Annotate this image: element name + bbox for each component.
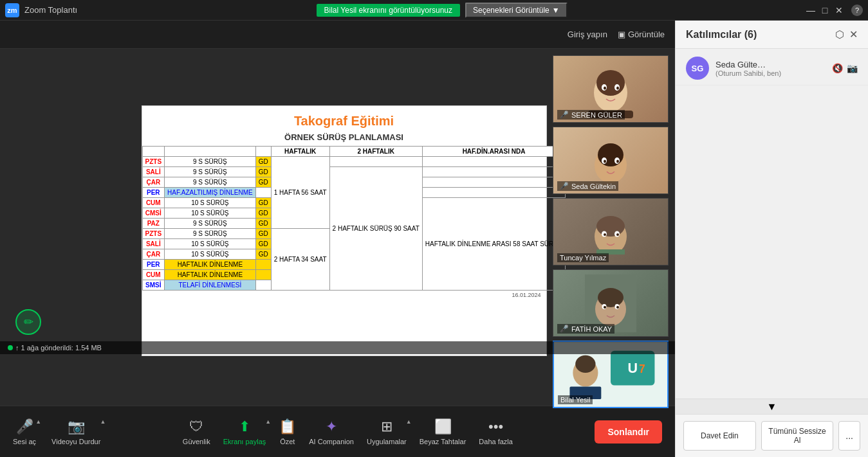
toolbar-center: 🛡 Güvenlik ⬆ ▲ Ekranı paylaş 📋 Özet (100, 418, 595, 445)
video-icon: 📷 (68, 418, 85, 435)
panel-icons: ⬡ ✕ (835, 28, 858, 40)
svg-text:7: 7 (639, 363, 645, 375)
ai-label: AI Companion (309, 438, 354, 445)
toolbar: 🎤 ▲ Sesi aç 📷 ▲ Videoyu Durdur (0, 406, 675, 457)
svg-point-12 (616, 159, 619, 163)
participant-name-sg1: Seda Gülte… (716, 60, 826, 69)
panel-header: Katılımcılar (6) ⬡ ✕ (676, 21, 868, 49)
whiteboard-label: Beyaz Tahtalar (420, 438, 466, 445)
svg-point-5 (616, 86, 619, 89)
slide-title: Takograf Eğitimi (142, 106, 546, 132)
summary-tool[interactable]: 📋 Özet (279, 418, 296, 445)
schedule-table: HAFTALIK 2 HAFTALIK HAF.DİN.ARASI NDA PZ… (142, 146, 566, 291)
view-button[interactable]: ▣ Görüntüle (618, 30, 665, 39)
title-bar-center: Bilal Yesil ekranını görüntülüyorsunuz S… (317, 3, 568, 18)
app-title: Zoom Toplantı (24, 5, 77, 15)
seren-mic-muted-icon: 🎤 (560, 111, 569, 119)
seda-label: Seda Gültekin (571, 183, 616, 190)
close-button[interactable]: ✕ (835, 6, 844, 15)
slide-date: 16.01.2024 (142, 291, 546, 300)
apps-tool[interactable]: ⊞ ▲ Uygulamalar (367, 418, 407, 445)
zoom-logo: zm (5, 3, 19, 17)
help-button[interactable]: ? (851, 4, 863, 16)
ai-icon: ✦ (326, 418, 337, 435)
share-label: Ekranı paylaş (223, 438, 266, 445)
svg-point-4 (604, 86, 606, 89)
share-tool[interactable]: ⬆ ▲ Ekranı paylaş (223, 418, 266, 445)
video-thumbnails: 🎤 SEREN GÜLER (553, 55, 669, 408)
video-thumb-tuncay[interactable]: Tuncay Yılmaz (553, 198, 669, 265)
tuncay-label: Tuncay Yılmaz (560, 254, 606, 262)
pen-button[interactable]: ✏ (15, 309, 41, 335)
video-caret: ▲ (100, 418, 106, 425)
end-button[interactable]: Sonlandır (595, 420, 662, 444)
face-svg-fatih (585, 274, 636, 332)
panel-bottom: Davet Edin Tümünü Sessize Al ... (676, 414, 868, 457)
options-button[interactable]: Seçenekleri Görüntüle ▼ (465, 3, 568, 18)
svg-point-17 (604, 233, 606, 236)
video-thumb-fatih[interactable]: 🎤 FATİH OKAY (553, 269, 669, 337)
svg-point-22 (598, 288, 623, 307)
main-layout: Giriş yapın ▣ Görüntüle Takograf Eğitimi… (0, 21, 868, 457)
status-bar: ↑ 1 ağa gönderildi: 1.54 MB (0, 341, 675, 354)
panel-expand-button[interactable]: ⬡ (835, 28, 844, 40)
mute-tool[interactable]: 🎤 ▲ Sesi aç (13, 418, 36, 445)
participants-list: SGSeda Gülte…(Oturum Sahibi, ben)🔇📷 (676, 49, 868, 399)
content-area: Giriş yapın ▣ Görüntüle Takograf Eğitimi… (0, 21, 675, 457)
apps-label: Uygulamalar (367, 438, 407, 445)
whiteboard-tool[interactable]: ⬜ Beyaz Tahtalar (420, 418, 466, 445)
panel-more-button[interactable]: ... (838, 421, 860, 451)
scroll-down-button[interactable]: ▼ (676, 399, 868, 414)
face-svg-tuncay (585, 203, 636, 261)
avatar-sg1: SG (686, 57, 709, 80)
ai-tool[interactable]: ✦ AI Companion (309, 418, 354, 445)
video-main: Takograf Eğitimi ÖRNEK SÜRÜŞ PLANLAMASI … (0, 49, 675, 406)
toolbar-left: 🎤 ▲ Sesi aç 📷 ▲ Videoyu Durdur (13, 418, 100, 445)
svg-point-11 (604, 159, 606, 163)
presentation-slide: Takograf Eğitimi ÖRNEK SÜRÜŞ PLANLAMASI … (142, 105, 547, 356)
maximize-button[interactable]: □ (820, 6, 829, 15)
svg-point-25 (604, 306, 606, 309)
slide-subtitle: ÖRNEK SÜRÜŞ PLANLAMASI (142, 132, 546, 142)
summary-icon: 📋 (279, 418, 296, 435)
login-button[interactable]: Giriş yapın (568, 30, 607, 39)
more-label: Daha fazla (479, 438, 513, 445)
participant-item-sg1[interactable]: SGSeda Gülte…(Oturum Sahibi, ben)🔇📷 (676, 51, 868, 85)
invite-button[interactable]: Davet Edin (683, 421, 756, 451)
top-bar: Giriş yapın ▣ Görüntüle (0, 21, 675, 49)
panel-close-button[interactable]: ✕ (849, 28, 858, 40)
video-thumb-seda[interactable]: 🎤 Seda Gültekin (553, 127, 669, 194)
panel-title: Katılımcılar (6) (686, 29, 757, 40)
fatih-label: FATİH OKAY (571, 325, 612, 333)
status-text: ↑ 1 ağa gönderildi: 1.54 MB (15, 344, 102, 352)
mute-caret: ▲ (35, 418, 41, 425)
mute-icon: 🎤 (16, 418, 33, 435)
face-svg-seren (585, 60, 636, 118)
summary-label: Özet (280, 438, 295, 445)
video-thumb-seren[interactable]: 🎤 SEREN GÜLER (553, 55, 669, 123)
cam-icon-sg1: 📷 (847, 63, 858, 73)
bilal-label: Bilal Yesil (560, 396, 590, 404)
window-controls: — □ ✕ (806, 6, 844, 15)
video-label: Videoyu Durdur (51, 438, 100, 445)
share-caret: ▲ (265, 418, 271, 425)
security-icon: 🛡 (189, 418, 203, 435)
seda-mic-muted-icon: 🎤 (560, 182, 569, 190)
right-panel: Katılımcılar (6) ⬡ ✕ SGSeda Gülte…(Oturu… (675, 21, 868, 457)
sharing-badge: Bilal Yesil ekranını görüntülüyorsunuz (317, 4, 460, 17)
mute-all-button[interactable]: Tümünü Sessize Al (761, 421, 834, 451)
svg-point-8 (598, 143, 623, 166)
video-tool[interactable]: 📷 ▲ Videoyu Durdur (51, 418, 100, 445)
title-bar-right: — □ ✕ ? (806, 4, 863, 16)
face-svg-seda (585, 132, 636, 190)
security-tool[interactable]: 🛡 Güvenlik (183, 418, 210, 445)
minimize-button[interactable]: — (806, 6, 815, 15)
title-bar: zm Zoom Toplantı Bilal Yesil ekranını gö… (0, 0, 868, 21)
fatih-mic-icon: 🎤 (560, 325, 569, 333)
chevron-down-icon: ▼ (767, 401, 777, 413)
apps-caret: ▲ (406, 418, 412, 425)
toolbar-right: Sonlandır (595, 420, 662, 444)
svg-point-18 (616, 233, 619, 236)
more-tool[interactable]: ••• Daha fazla (479, 418, 513, 445)
svg-point-1 (596, 70, 625, 96)
